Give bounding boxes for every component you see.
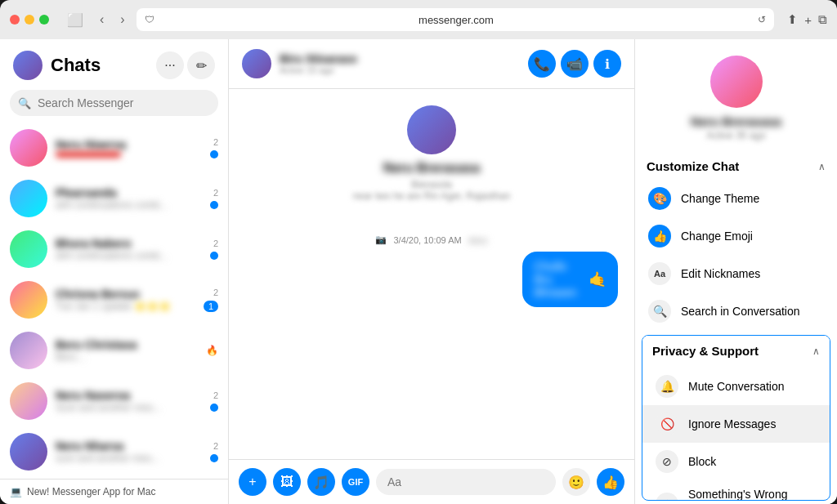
video-call-button[interactable]: 📹 [561,50,589,78]
gif-button[interactable]: GIF [342,468,369,496]
unread-indicator [210,404,218,412]
sidebar-title: Chats [51,55,101,76]
chat-main: Biru Stisaraso Active 15 ago 📞 📹 ℹ Neru … [229,39,634,504]
list-item[interactable]: Neru Nharsa sure and another mes... 2 [0,426,228,477]
sidebar-toggle-button[interactable]: ⬜ [62,9,88,31]
ignore-messages-item[interactable]: 🚫 Ignore Messages [642,405,830,443]
avatar [10,433,47,471]
share-button[interactable]: ⬆ [787,12,798,27]
edit-nicknames-item[interactable]: Aa Edit Nicknames [635,255,837,292]
warning-icon: ⚠ [656,493,678,501]
traffic-lights [10,15,49,25]
list-item[interactable]: Neru Shanga Nharsa Shunga [0,477,228,479]
user-avatar[interactable] [13,51,43,80]
chat-name: Chrisna Bersuc [56,288,195,301]
search-conversation-icon: 🔍 [648,300,671,323]
something-wrong-item[interactable]: ⚠ Something's Wrong Give feedback and re… [642,480,830,501]
customize-chat-header[interactable]: Customize Chat ∧ [635,151,837,178]
block-label: Block [688,455,716,468]
chat-preview: ahh continuations contd... [56,199,202,211]
nickname-icon: Aa [648,262,671,285]
chat-meta: 2 [210,390,218,412]
search-input[interactable] [10,90,218,116]
avatar [10,332,47,369]
block-icon: ⊘ [656,450,678,473]
like-button[interactable]: 👍 [597,468,624,496]
mute-conversation-item[interactable]: 🔔 Mute Conversation [642,368,830,405]
mute-icon: 🔔 [656,375,678,398]
phone-call-button[interactable]: 📞 [528,50,556,78]
emoji-button[interactable]: 🙂 [562,468,590,496]
chat-preview: sure and another mes... [56,453,202,464]
compose-button[interactable]: ✏ [187,51,215,79]
url-display[interactable]: messenger.com [159,14,754,26]
message-emoji: 🤙 [589,270,606,288]
avatar [10,382,47,420]
list-item[interactable]: Neru Naseroa Sure and another mes... 2 [0,376,228,426]
story-label: story [468,235,488,245]
change-theme-item[interactable]: 🎨 Change Theme [635,180,837,217]
list-item[interactable]: Bhora Nabero ahh continuations contd... … [0,224,228,274]
edit-nicknames-label: Edit Nicknames [681,267,760,280]
search-conversation-item[interactable]: 🔍 Search in Conversation [635,292,837,330]
chat-preview: Beru… [56,351,198,363]
chat-info: Chrisna Bersuc Tue Jan 1 update ⭐⭐⭐ [56,288,195,312]
avatar [10,180,47,217]
profile-location: near two he are Rin Ager, Rajasthan [353,190,511,202]
contact-info: Biru Stisaraso Active 15 ago [280,52,357,75]
list-item[interactable]: Chrisna Bersuc Tue Jan 1 update ⭐⭐⭐ 2 1 [0,274,228,325]
divider-icon: 📷 [375,234,387,245]
back-button[interactable]: ‹ [95,9,109,30]
close-button[interactable] [10,15,20,25]
audio-button[interactable]: 🎵 [307,468,335,496]
add-button[interactable]: + [239,468,266,496]
chat-meta: 2 [210,137,218,158]
chat-meta: 2 1 [204,288,218,312]
ignore-icon: 🚫 [656,413,678,435]
tabs-button[interactable]: ⧉ [818,12,827,27]
new-tab-button[interactable]: + [804,12,812,27]
unread-count: 1 [204,301,218,312]
avatar [10,230,47,268]
something-wrong-label: Something's Wrong Give feedback and repo… [688,488,817,501]
sidebar-header: Chats ··· ✏ [0,39,228,87]
list-item[interactable]: Beru Christasa Beru… 🔥 [0,325,228,376]
ignore-messages-label: Ignore Messages [688,417,776,430]
chat-header-left: Biru Stisaraso Active 15 ago [242,49,357,78]
change-theme-label: Change Theme [681,192,759,205]
privacy-support-section: Privacy & Support ∧ 🔔 Mute Conversation … [642,335,830,501]
chat-preview: ahh continuations contd... [56,250,202,261]
forward-button[interactable]: › [115,9,129,30]
maximize-button[interactable] [39,15,49,25]
privacy-support-chevron: ∧ [812,346,820,357]
theme-icon: 🎨 [648,187,671,210]
message-input[interactable] [376,469,556,495]
list-item[interactable]: Plearsanda ahh continuations contd... 2 [0,173,228,224]
chat-header-actions: 📞 📹 ℹ [528,50,621,78]
info-button[interactable]: ℹ [593,50,621,78]
right-panel-avatar [710,56,763,108]
date-divider: 📷 3/4/20, 10:09 AM story [245,234,618,245]
chat-header: Biru Stisaraso Active 15 ago 📞 📹 ℹ [229,39,634,89]
image-button[interactable]: 🖼 [273,468,301,496]
search-conversation-label: Search in Conversation [681,305,800,318]
block-item[interactable]: ⊘ Block [642,443,830,480]
chat-body: Neru Brerasasa Bierasola near two he are… [229,89,634,459]
search-bar: 🔍 [10,90,218,116]
chat-preview: Sure and another mes... [56,402,202,413]
chat-meta: 2 [210,188,218,209]
chat-name: Plearsanda [56,186,202,199]
change-emoji-item[interactable]: 👍 Change Emoji [635,217,837,255]
minimize-button[interactable] [25,15,34,25]
browser-window: ⬜ ‹ › 🛡 messenger.com ↺ ⬆ + ⧉ Chats ··· [0,0,837,504]
right-panel-profile: Neru Brerasasa Active 35 ago [635,39,837,151]
chat-info: Neru Naseroa Sure and another mes... [56,389,202,413]
avatar [10,129,47,167]
chat-name: Beru Christasa [56,338,198,351]
more-options-button[interactable]: ··· [156,51,184,79]
sidebar-header-actions: ··· ✏ [156,51,215,79]
customize-chat-section: Customize Chat ∧ 🎨 Change Theme 👍 Change… [635,151,837,332]
footer-text: New! Messenger App for Mac [27,486,155,497]
privacy-support-header[interactable]: Privacy & Support ∧ [642,336,830,366]
list-item[interactable]: Neru Niaersa 2 [0,123,228,173]
